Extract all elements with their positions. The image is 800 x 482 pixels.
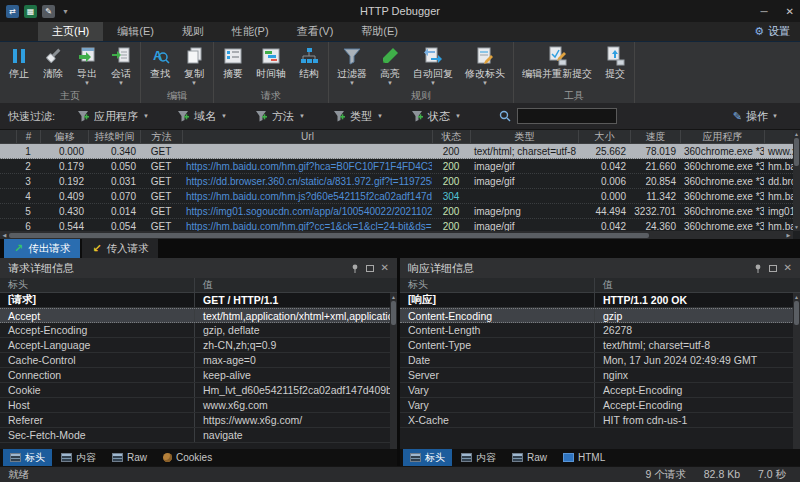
header-row[interactable]: Content-Length26278 <box>400 323 800 338</box>
grid-vertical-scrollbar[interactable]: ▲ ▼ <box>793 130 800 231</box>
tab-incoming-requests[interactable]: ↙ 传入请求 <box>82 239 158 258</box>
filter-application-button[interactable]: 应用程序▼ <box>77 109 149 124</box>
header-row[interactable]: DateMon, 17 Jun 2024 02:49:49 GMT <box>400 353 800 368</box>
clear-button[interactable]: 清除 <box>36 42 70 87</box>
copy-button[interactable]: 复制▼ <box>177 42 211 87</box>
header-row[interactable]: Cache-Controlmax-age=0 <box>0 353 397 368</box>
find-button[interactable]: A 查找 <box>143 42 177 87</box>
grid-horizontal-scrollbar[interactable]: ◀ ▶ <box>0 231 793 239</box>
export-button[interactable]: 导出▼ <box>70 42 104 87</box>
excel-export-icon[interactable]: ▦ <box>24 5 37 18</box>
quick-access-caret-icon[interactable]: ▼ <box>62 8 69 15</box>
filter-domain-button[interactable]: 域名▼ <box>177 109 227 124</box>
tab-html[interactable]: HTML <box>556 449 612 466</box>
col-type[interactable]: 类型 <box>470 130 578 143</box>
col-offset[interactable]: 偏移 <box>40 130 88 143</box>
close-panel-icon[interactable]: ✕ <box>381 263 389 273</box>
tab-outgoing-requests[interactable]: ↗ 传出请求 <box>4 239 80 258</box>
table-row[interactable]: 4 0.4090.070 GEThttps://hm.baidu.com/hm.… <box>0 189 793 204</box>
header-row[interactable]: [请求]GET / HTTP/1.1 <box>0 293 397 308</box>
submit-button[interactable]: 提交 <box>598 42 632 87</box>
chevron-down-icon: ▼ <box>118 80 124 87</box>
tab-performance[interactable]: 性能(P) <box>218 22 283 41</box>
tab-cookies[interactable]: Cookies <box>156 449 219 466</box>
header-row[interactable]: Servernginx <box>400 368 800 383</box>
chevron-down-icon: ▼ <box>191 80 197 87</box>
header-row[interactable]: CookieHm_lvt_d60e542115f2ca02adf147d409b… <box>0 383 397 398</box>
float-window-icon[interactable] <box>769 265 777 272</box>
stop-button[interactable]: 停止 <box>2 42 36 87</box>
scroll-left-icon[interactable]: ◀ <box>0 232 9 238</box>
header-row[interactable]: Sec-Fetch-Modenavigate <box>0 428 397 443</box>
header-row[interactable]: Hostwww.x6g.com <box>0 398 397 413</box>
clear-quick-icon[interactable]: ✎ <box>42 5 55 18</box>
tab-edit[interactable]: 编辑(E) <box>103 22 168 41</box>
tab-rules[interactable]: 规则 <box>168 22 218 41</box>
header-row[interactable]: Accept-Encodinggzip, deflate <box>0 323 397 338</box>
edit-resubmit-button[interactable]: 编辑并重新提交 <box>516 42 598 87</box>
close-panel-icon[interactable]: ✕ <box>784 263 792 273</box>
modify-headers-button[interactable]: 修改标头▼ <box>459 42 511 87</box>
table-row[interactable]: 2 0.1790.050 GEThttps://hm.baidu.com/hm.… <box>0 159 793 174</box>
tab-help[interactable]: 帮助(E) <box>347 22 412 41</box>
header-row[interactable]: Accepttext/html,application/xhtml+xml,ap… <box>0 308 397 323</box>
scroll-up-icon[interactable]: ▲ <box>794 293 799 301</box>
session-button[interactable]: 会话▼ <box>104 42 138 87</box>
tab-home[interactable]: 主页(H) <box>38 22 103 41</box>
header-row[interactable]: Refererhttps://www.x6g.com/ <box>0 413 397 428</box>
tab-raw[interactable]: Raw <box>105 449 154 466</box>
col-duration[interactable]: 持续时间 <box>88 130 140 143</box>
scroll-up-icon[interactable]: ▲ <box>391 293 396 301</box>
table-row[interactable]: 3 0.1920.031 GEThttps://dd.browser.360.c… <box>0 174 793 189</box>
filter-type-button[interactable]: 类型▼ <box>333 109 383 124</box>
settings-button[interactable]: ⚙ 设置 <box>754 22 800 41</box>
search-input[interactable] <box>517 108 617 124</box>
panel-vertical-scrollbar[interactable]: ▲ <box>793 293 800 449</box>
col-num[interactable]: # <box>16 130 40 143</box>
scroll-right-icon[interactable]: ▶ <box>784 232 793 238</box>
col-status[interactable]: 状态 <box>432 130 470 143</box>
tab-headers[interactable]: 标头 <box>3 449 52 466</box>
minimize-button[interactable]: ─ <box>761 6 768 17</box>
header-row[interactable]: X-CacheHIT from cdn-us-1 <box>400 413 800 428</box>
scroll-up-icon[interactable]: ▲ <box>794 130 799 138</box>
table-row[interactable]: 5 0.4300.014 GEThttps://img01.sogoucdn.c… <box>0 204 793 219</box>
header-row[interactable]: [响应]HTTP/1.1 200 OK <box>400 293 800 308</box>
pin-icon[interactable] <box>754 264 762 273</box>
structure-button[interactable]: 结构 <box>292 42 326 87</box>
header-row[interactable]: Content-Typetext/html; charset=utf-8 <box>400 338 800 353</box>
header-row[interactable]: VaryAccept-Encoding <box>400 383 800 398</box>
header-row[interactable]: Connectionkeep-alive <box>0 368 397 383</box>
header-row[interactable]: Accept-Languagezh-CN,zh;q=0.9 <box>0 338 397 353</box>
filter-method-button[interactable]: 方法▼ <box>255 109 305 124</box>
close-button[interactable]: ✕ <box>786 6 794 17</box>
tab-content[interactable]: 内容 <box>54 449 103 466</box>
table-row[interactable]: 6 0.5440.054 GEThttps://hm.baidu.com/hm.… <box>0 219 793 231</box>
timeline-button[interactable]: 时间轴 <box>250 42 292 87</box>
tab-headers[interactable]: 标头 <box>403 449 452 466</box>
ribbon-group-edit: A 查找 复制▼ 编辑 <box>141 42 214 103</box>
col-app[interactable]: 应用程序 <box>680 130 764 143</box>
col-method[interactable]: 方法 <box>140 130 182 143</box>
col-url[interactable]: Url <box>182 130 432 143</box>
scroll-down-icon[interactable]: ▼ <box>794 223 799 231</box>
col-size[interactable]: 大小 <box>578 130 630 143</box>
col-speed[interactable]: 速度 <box>630 130 680 143</box>
header-row[interactable]: VaryAccept-Encoding <box>400 398 800 413</box>
table-row[interactable]: 1 0.0000.340 GET 200text/html; charset=u… <box>0 144 793 159</box>
actions-button[interactable]: ✎ 操作 ▼ <box>733 109 778 124</box>
highlight-button[interactable]: 高亮▼ <box>373 42 407 87</box>
tab-raw[interactable]: Raw <box>505 449 554 466</box>
panel-vertical-scrollbar[interactable]: ▲ <box>390 293 397 449</box>
header-row[interactable]: Content-Encodinggzip <box>400 308 800 323</box>
filter-rule-button[interactable]: 过滤器▼ <box>331 42 373 87</box>
pin-icon[interactable] <box>351 264 359 273</box>
filter-status-button[interactable]: 状态▼ <box>411 109 461 124</box>
edit-square-icon: ✎ <box>733 110 742 123</box>
float-window-icon[interactable] <box>366 265 374 272</box>
tab-content[interactable]: 内容 <box>454 449 503 466</box>
auto-respond-button[interactable]: 自动回复▼ <box>407 42 459 87</box>
status-ready: 就绪 <box>8 468 29 482</box>
summary-button[interactable]: 摘要 <box>216 42 250 87</box>
tab-view[interactable]: 查看(V) <box>283 22 348 41</box>
